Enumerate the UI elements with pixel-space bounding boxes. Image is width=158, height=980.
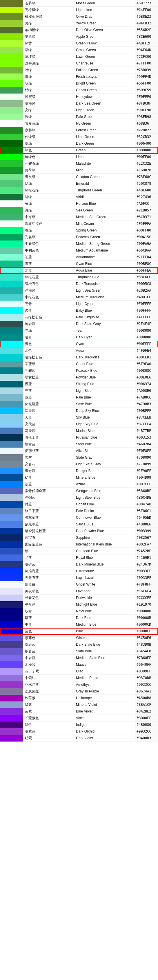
color-name-zh: 亮岩灰 [23,461,74,467]
color-name-zh: 绿松石蓝 [23,274,74,280]
color-hex: #B399FF [135,668,158,675]
color-swatch [0,541,23,548]
color-swatch [0,160,23,167]
color-hex: #000080 [135,608,158,614]
table-row: 灰绿松石色Pale Turquoise#AFEEEE [0,314,158,321]
color-name-en: Navy Blue [74,608,135,614]
color-name-zh: 暗粉婴児松蓝 [23,528,74,534]
color-name-en: Medium Sea Green [74,214,135,220]
color-name-zh: 长绿 [23,200,74,207]
color-name-en: Sky Blue [74,414,135,421]
color-name-zh: 绿松石色 [23,281,74,287]
color-swatch [0,468,23,474]
color-hex: #2EB857 [135,207,158,213]
table-row: 海绿Sea Green#2EB857 [0,207,158,214]
table-row: 淡绿Pale Green#98FB98 [0,114,158,120]
color-name-en: Medium Slate Blue [74,655,135,661]
table-row: 亮青Light Cyan#E0FFFF [0,301,158,307]
color-name-en: Light Steel Blue [74,494,135,501]
color-hex: #2F4F4F [135,321,158,327]
color-name-en: Pale Denim [74,508,135,514]
color-name-en: Blue [74,628,135,634]
table-row: 军蓝绿Cadet Blue#5F9EA0 [0,361,158,368]
color-hex: #778899 [135,461,158,467]
table-row: 明紫Dark Violet#9400D3 [0,735,158,741]
color-hex: #9AE64D [135,47,158,53]
color-hex: #00D5C8 [135,281,158,287]
color-name-zh: 淡蓝 [23,481,74,487]
color-name-zh: 湛蓝 [23,381,74,387]
table-row: 暗矿蓝Dark Mineral Blue#24367D [0,561,158,568]
color-hex: #66FF00 [135,80,158,87]
color-name-zh: 绿黄 [23,40,74,46]
color-name-zh: 靛色 [23,721,74,728]
color-hex: #90EE90 [135,107,158,113]
color-swatch [0,474,23,481]
table-row: 森林绿Forest Green#228B22 [0,127,158,134]
color-name-en: Green Yellow [74,40,135,46]
color-hex: #006400 [135,140,158,147]
color-name-zh: 明绿 [23,80,74,87]
color-name-zh: 矿蓝 [23,474,74,481]
color-hex: #C4FF00 [135,7,158,13]
color-name-en: Aqua Blue [74,267,135,274]
color-name-en: Green [74,147,135,153]
table-row: 绿松石绿Turquoise Green#4DE680 [0,187,158,194]
color-hex: #00FFFF [135,341,158,347]
color-swatch [0,314,23,321]
table-row: 绿松石色Dark Turquoise#00D5C8 [0,281,158,287]
table-row: 亮绿Light Green#90EE90 [0,107,158,114]
color-hex: #87CEEB [135,414,158,421]
color-swatch [0,387,23,394]
color-swatch [0,33,23,40]
color-hex: #9ACD32 [135,20,158,26]
table-row: 中春绿色Medium Spring Green#00FA9A [0,240,158,247]
table-row: 明绿Bright Green#66FF00 [0,80,158,87]
color-hex: #8BA1CF [135,702,158,708]
color-swatch [0,307,23,314]
color-swatch [0,53,23,60]
color-name-en: Moss Green [74,0,135,6]
table-row: 赤绿Teal#008080 [0,327,158,334]
color-swatch [0,114,23,120]
color-name-zh: 翡绿 [23,194,74,200]
color-swatch [0,461,23,468]
color-name-zh: 薰衣草色 [23,588,74,594]
color-swatch [0,287,23,294]
color-name-en: Amethyst [74,681,135,688]
table-row: 灰丁宁紫Lilac#B399FF [0,668,158,675]
color-hex: #708090 [135,454,158,461]
color-swatch [0,220,23,227]
color-swatch [0,661,23,668]
color-swatch [0,194,23,200]
color-hex: #48D1CC [135,294,158,300]
color-swatch [0,535,23,541]
color-name-zh: 叶绿 [23,67,74,73]
color-name-en: Yellow Green [74,20,135,26]
color-name-en: Dark Slate Gray [74,321,135,327]
table-row: 婴女松蓝Powder Blue#B0E0E6 [0,374,158,381]
table-row: 春绿Spring Green#00FF80 [0,227,158,234]
color-hex: #6495ED [135,514,158,521]
color-name-en: Aquamarine [74,254,135,260]
color-hex: #ADFF2F [135,40,158,46]
color-name-zh: 绿色 [23,147,74,153]
color-name-en: Wedgwood Blue [74,488,135,494]
color-name-zh: 橄榄军服绿 [23,13,74,20]
color-name-en: Lilac [74,668,135,675]
color-swatch [0,414,23,421]
color-hex: #9932CC [135,728,158,735]
color-swatch [0,267,23,274]
table-row: 查特酒绿Chartreuse#7FFF00 [0,60,158,67]
color-name-en: Marine Blue [74,428,135,434]
table-row: 矿蓝Mineral Blue#004D99 [0,474,158,481]
table-row: 午夜色Midnight Blue#191970 [0,601,158,608]
color-list: 苔藓绿Moss Green#697723亮柠檬绿Light Lime#C4FF0… [0,0,158,741]
color-name-en: Light Blue [74,387,135,394]
color-name-zh: 国际宝蓝色 [23,541,74,547]
color-swatch [0,735,23,741]
color-name-en: Lawn Green [74,53,135,60]
color-name-zh: 亮海绿 [23,287,74,294]
color-swatch [0,94,23,100]
color-name-en: Grayish Purple [74,688,135,694]
